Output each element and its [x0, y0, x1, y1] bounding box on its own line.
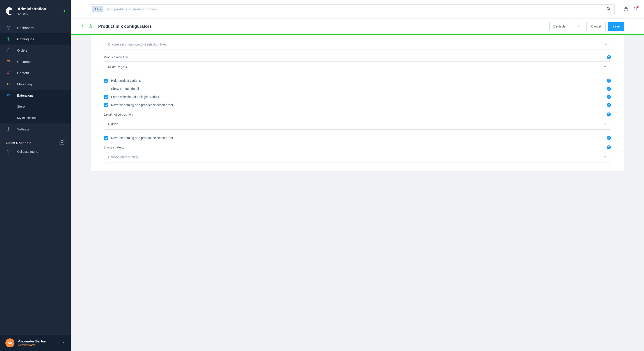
select-value: Hidden	[108, 122, 118, 126]
gauge-icon	[6, 26, 11, 30]
select-placeholder: Choose secondary product selection filte…	[108, 42, 168, 46]
product-selection-label: Product selection	[104, 56, 128, 59]
notifications-button[interactable]	[633, 6, 638, 12]
topbar: All ▾	[71, 0, 644, 18]
status-indicator	[64, 10, 65, 12]
page-title: Product mix configurators	[98, 24, 152, 29]
nav-label: Orders	[17, 48, 28, 52]
users-icon	[6, 59, 11, 64]
svg-point-14	[626, 10, 626, 10]
nav-marketing[interactable]: Marketing	[0, 78, 71, 90]
chevron-up-icon	[62, 341, 65, 345]
product-selection-select[interactable]: Mixer Page 3	[104, 62, 611, 72]
sales-channels-title: Sales Channels	[6, 141, 31, 145]
secondary-filter-select[interactable]: Choose secondary product selection filte…	[104, 39, 611, 50]
legal-notice-select[interactable]: Hidden	[104, 119, 611, 130]
nav-label: Dashboard	[17, 26, 34, 30]
user-role: Administrator	[18, 343, 46, 347]
select-value: Mixer Page 3	[108, 65, 127, 69]
language-select[interactable]: Deutsch	[549, 22, 584, 31]
sidebar-header: Administration 6.4.16.0	[0, 0, 71, 22]
svg-rect-7	[7, 71, 10, 72]
add-sales-channel-button[interactable]	[60, 140, 64, 145]
boxes-icon	[6, 37, 11, 41]
save-button[interactable]: Save	[608, 22, 624, 31]
nav-customers[interactable]: Customers	[0, 56, 71, 67]
app-logo	[6, 7, 14, 15]
select-placeholder: Choose limits strategy...	[108, 155, 142, 159]
user-name: Alexander Barton	[18, 339, 46, 343]
megaphone-icon	[6, 82, 11, 86]
chevron-down-icon	[604, 155, 606, 159]
nav-settings[interactable]: Settings	[0, 124, 71, 135]
chevron-down-icon	[604, 122, 606, 126]
search-input[interactable]	[103, 7, 606, 11]
collapse-menu-button[interactable]: Collapse menu	[0, 146, 71, 157]
nav-content[interactable]: Content	[0, 67, 71, 78]
global-search: All ▾	[90, 4, 615, 14]
nav-orders[interactable]: Orders	[0, 44, 71, 56]
svg-point-5	[8, 60, 8, 61]
user-menu[interactable]: AB Alexander Barton Administrator	[0, 335, 71, 351]
nav-label: Extensions	[17, 94, 34, 97]
svg-rect-2	[8, 39, 10, 40]
nav-label: Marketing	[17, 82, 32, 86]
collapse-icon	[6, 149, 11, 154]
force-single-checkbox[interactable]	[104, 95, 108, 99]
nav-dashboard[interactable]: Dashboard	[0, 22, 71, 33]
nav-label: Settings	[17, 127, 29, 131]
reverse-naming-checkbox[interactable]	[104, 103, 108, 107]
limits-strategy-select[interactable]: Choose limits strategy...	[104, 152, 611, 162]
save-label: Save	[612, 24, 620, 28]
chevron-down-icon	[604, 42, 606, 46]
nav-extensions-store[interactable]: Store	[0, 101, 71, 112]
reverse-naming-label: Reverse naming and product selection ord…	[111, 103, 173, 107]
sidebar: Administration 6.4.16.0 Dashboard Catalo…	[0, 0, 71, 351]
help-button[interactable]	[623, 6, 629, 12]
clipboard-icon	[6, 48, 11, 52]
collapse-label: Collapse menu	[17, 150, 38, 154]
show-details-checkbox[interactable]	[104, 87, 108, 91]
help-icon[interactable]: ?	[607, 87, 611, 91]
svg-point-11	[7, 150, 10, 154]
nav-sub-label: Store	[17, 105, 24, 108]
chevron-down-icon	[578, 24, 580, 28]
page-header: Product mix configurators Deutsch Cancel…	[71, 18, 644, 35]
help-icon[interactable]: ?	[607, 95, 611, 99]
reverse-naming2-label: Reverse naming and product selection ord…	[111, 136, 173, 140]
beaker-icon	[89, 24, 93, 29]
svg-rect-9	[8, 94, 9, 96]
help-icon[interactable]: ?	[607, 112, 611, 116]
svg-point-10	[8, 129, 9, 130]
help-icon[interactable]: ?	[607, 103, 611, 107]
nav-label: Catalogues	[17, 37, 34, 41]
legal-notice-label: Legal notice position	[104, 113, 133, 116]
svg-point-6	[9, 60, 10, 61]
nav-extensions-my[interactable]: My extensions	[0, 112, 71, 124]
help-icon[interactable]: ?	[607, 136, 611, 140]
form-card: Choose secondary product selection filte…	[90, 35, 624, 172]
limits-label: Limits strategy	[104, 146, 124, 149]
chevron-down-icon	[604, 65, 606, 69]
nav-catalogues[interactable]: Catalogues	[0, 33, 71, 44]
help-icon[interactable]: ?	[607, 145, 611, 149]
help-icon[interactable]: ?	[607, 79, 611, 83]
svg-rect-8	[7, 73, 9, 74]
nav-extensions[interactable]: Extensions	[0, 90, 71, 101]
hide-variants-checkbox[interactable]	[104, 79, 108, 83]
main-nav: Dashboard Catalogues Orders Customers Co…	[0, 22, 71, 135]
language-value: Deutsch	[553, 24, 565, 28]
reverse-naming2-checkbox[interactable]	[104, 136, 108, 140]
search-icon[interactable]	[606, 6, 611, 12]
help-icon[interactable]: ?	[607, 55, 611, 59]
nav-sub-label: My extensions	[17, 116, 37, 120]
svg-rect-1	[7, 38, 8, 39]
search-scope-label: All	[94, 8, 98, 11]
chevron-down-icon: ▾	[100, 8, 101, 10]
cancel-button[interactable]: Cancel	[586, 22, 606, 31]
hide-variants-label: Hide product variants	[111, 79, 141, 82]
content-area: Choose secondary product selection filte…	[71, 35, 644, 351]
back-button[interactable]	[81, 24, 84, 28]
search-scope-selector[interactable]: All ▾	[92, 6, 103, 12]
svg-point-12	[607, 7, 609, 10]
